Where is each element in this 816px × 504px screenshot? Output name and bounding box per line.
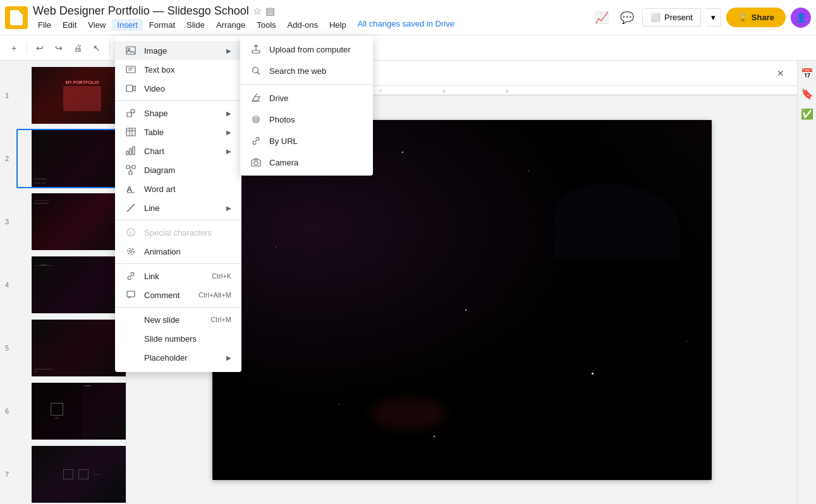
menu-arrange[interactable]: Arrange <box>211 19 250 31</box>
present-dropdown[interactable]: ▾ <box>706 8 721 27</box>
table-arrow-icon: ▶ <box>226 129 231 136</box>
toolbar-cursor[interactable]: ↖ <box>88 39 106 57</box>
slide-thumb-5[interactable]: 5 —————————— ▪ ▪ ▪ <box>16 318 123 378</box>
menu-tools[interactable]: Tools <box>252 19 281 31</box>
line-icon <box>125 202 137 213</box>
insert-menu-item-textbox[interactable]: Text box <box>115 60 241 79</box>
submenu-upload[interactable]: Upload from computer <box>240 39 373 60</box>
right-panel: 📅 🔖 ✅ <box>797 61 816 504</box>
search-web-label: Search the web <box>269 66 326 76</box>
insert-menu-item-shape[interactable]: Shape ▶ <box>115 104 241 123</box>
upload-label: Upload from computer <box>269 45 351 54</box>
insert-menu-section-4: Link Ctrl+K Comment Ctrl+Alt+M <box>115 264 241 308</box>
slide-thumb-4[interactable]: 4 ——— content ——— <box>16 255 123 315</box>
insert-menu-item-line[interactable]: Line ▶ <box>115 198 241 217</box>
insert-menu-item-animation[interactable]: Animation <box>115 242 241 261</box>
submenu-divider-1 <box>240 84 373 85</box>
slide-num-2: 2 <box>5 155 9 162</box>
svg-point-8 <box>128 49 130 51</box>
menu-edit[interactable]: Edit <box>58 19 82 31</box>
slide-numbers-icon <box>125 333 137 344</box>
submenu-camera[interactable]: Camera <box>240 152 373 173</box>
svg-line-29 <box>127 204 135 212</box>
svg-text:9: 9 <box>506 88 509 94</box>
star-icon[interactable]: ☆ <box>253 5 262 17</box>
insert-menu-item-slide-numbers[interactable]: Slide numbers <box>115 329 241 348</box>
lock-icon: 🔒 <box>738 13 748 22</box>
app-icon[interactable] <box>5 6 28 29</box>
insert-textbox-label: Text box <box>144 65 231 75</box>
svg-rect-34 <box>127 291 135 297</box>
wordart-icon: A <box>125 183 137 195</box>
special-chars-icon: Ω <box>125 227 137 238</box>
slide-preview-2: ———— ▪ item one <box>32 130 126 187</box>
slide-thumb-3[interactable]: 3 —————— text content here <box>16 192 123 251</box>
comments-icon[interactable]: 💬 <box>617 8 637 28</box>
insert-menu-item-new-slide[interactable]: New slide Ctrl+M <box>115 310 241 329</box>
photos-label: Photos <box>269 115 295 124</box>
menu-help[interactable]: Help <box>324 19 351 31</box>
folder-icon[interactable]: ▤ <box>265 5 275 17</box>
submenu-drive[interactable]: Drive <box>240 87 373 109</box>
slide-thumb-7[interactable]: 7 ———— <box>16 445 123 504</box>
menu-file[interactable]: File <box>33 19 56 31</box>
present-button[interactable]: ⬜ Present <box>642 8 701 27</box>
insert-menu-item-comment[interactable]: Comment Ctrl+Alt+M <box>115 285 241 304</box>
insert-menu-item-image[interactable]: Image ▶ <box>115 41 241 60</box>
check-circle-icon[interactable]: ✅ <box>800 106 815 121</box>
svg-point-33 <box>130 250 132 253</box>
bookmark-icon[interactable]: 🔖 <box>800 86 815 101</box>
insert-comment-label: Comment <box>144 291 191 300</box>
insert-menu-item-placeholder[interactable]: Placeholder ▶ <box>115 348 241 367</box>
insert-menu-item-table[interactable]: Table ▶ <box>115 123 241 141</box>
toolbar-print[interactable]: 🖨 <box>69 39 87 57</box>
share-button[interactable]: 🔒 Share <box>726 8 786 27</box>
link-icon <box>125 270 137 282</box>
textbox-icon <box>125 64 137 75</box>
slide-thumb-1[interactable]: 1 MY PORTFOLIO <box>16 66 123 125</box>
toolbar-add-button[interactable]: + <box>5 39 23 57</box>
share-label: Share <box>752 13 774 22</box>
svg-rect-12 <box>126 85 133 92</box>
menu-slide[interactable]: Slide <box>181 19 210 31</box>
toolbar-redo[interactable]: ↪ <box>50 39 68 57</box>
submenu-photos[interactable]: Photos <box>240 109 373 130</box>
calendar-icon[interactable]: 📅 <box>800 66 815 81</box>
analytics-icon[interactable]: 📈 <box>592 8 612 28</box>
menu-format[interactable]: Format <box>144 19 180 31</box>
drive-label: Drive <box>269 93 288 103</box>
insert-shape-label: Shape <box>144 109 219 118</box>
panel-close-icon[interactable]: ✕ <box>772 64 789 82</box>
insert-menu-section-3: Ω Special characters Animation <box>115 220 241 264</box>
insert-menu-item-chart[interactable]: Chart ▶ <box>115 141 241 160</box>
submenu-search-web[interactable]: Search the web <box>240 60 373 81</box>
menu-bar: File Edit View Insert Format Slide Arran… <box>33 19 592 31</box>
avatar[interactable]: 👤 <box>791 8 811 28</box>
upload-icon <box>250 44 262 55</box>
toolbar-undo[interactable]: ↩ <box>31 39 49 57</box>
slide-thumb-6[interactable]: 6 icon content <box>16 381 123 441</box>
insert-wordart-label: Word art <box>144 184 231 194</box>
submenu-by-url[interactable]: By URL <box>240 130 373 152</box>
slide-thumb-2[interactable]: 2 ———— ▪ item one <box>16 129 123 188</box>
insert-menu-item-diagram[interactable]: Diagram <box>115 160 241 179</box>
svg-rect-7 <box>126 47 135 54</box>
insert-menu-item-video[interactable]: Video <box>115 79 241 98</box>
menu-insert[interactable]: Insert <box>112 19 143 31</box>
insert-menu-section-1: Image ▶ Text box Video <box>115 39 241 101</box>
insert-menu-item-wordart[interactable]: A Word art <box>115 179 241 198</box>
insert-menu-section-2: Shape ▶ Table ▶ <box>115 101 241 220</box>
star-5 <box>465 309 466 311</box>
insert-menu-section-5: New slide Ctrl+M Slide numbers Placehold… <box>115 308 241 369</box>
slide-preview-1: MY PORTFOLIO <box>32 67 126 124</box>
link-shortcut: Ctrl+K <box>212 272 231 280</box>
menu-view[interactable]: View <box>83 19 111 31</box>
menu-addons[interactable]: Add-ons <box>283 19 323 31</box>
svg-rect-20 <box>130 148 131 155</box>
camera-label: Camera <box>269 158 298 167</box>
insert-menu-item-link[interactable]: Link Ctrl+K <box>115 267 241 285</box>
doc-title-text[interactable]: Web Designer Portfolio — Slidesgo School <box>33 4 249 18</box>
insert-chart-label: Chart <box>144 147 219 156</box>
insert-video-label: Video <box>144 84 231 93</box>
chart-icon <box>125 145 137 157</box>
